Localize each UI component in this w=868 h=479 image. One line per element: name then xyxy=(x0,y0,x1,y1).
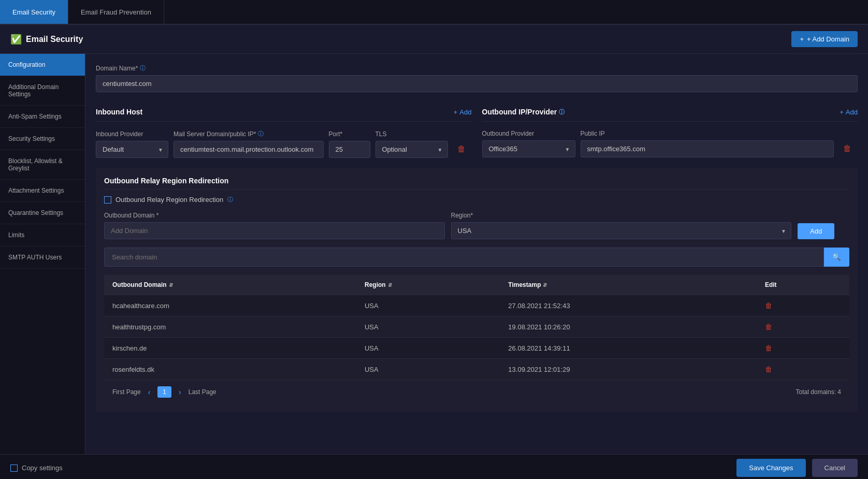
top-tabs: Email Security Email Fraud Prevention xyxy=(0,0,868,25)
mail-server-info-icon[interactable]: ⓘ xyxy=(258,130,264,138)
copy-settings-label: Copy settings xyxy=(22,464,63,472)
cell-edit: 🗑 xyxy=(757,295,849,316)
add-domain-label: + Add Domain xyxy=(807,35,849,43)
tls-select-wrapper: Optional Required None xyxy=(375,141,448,158)
sidebar: Configuration Additional Domain Settings… xyxy=(0,54,85,454)
copy-settings-row: Copy settings xyxy=(10,464,63,472)
total-domains-label: Total domains: 4 xyxy=(796,388,841,396)
cell-region: USA xyxy=(356,359,500,380)
inbound-host-title: Inbound Host xyxy=(96,108,142,116)
relay-section: Outbound Relay Region Redirection Outbou… xyxy=(96,168,858,412)
outbound-add-icon: + xyxy=(840,108,844,116)
outbound-domain-input[interactable] xyxy=(104,222,445,239)
content-area: Domain Name* ⓘ Inbound Host + Add Inboun… xyxy=(85,54,868,454)
row-delete-button[interactable]: 🗑 xyxy=(765,323,772,331)
sidebar-item-quarantine[interactable]: Quarantine Settings xyxy=(0,202,85,224)
mail-server-input[interactable] xyxy=(173,141,324,158)
relay-add-wrapper: Add xyxy=(798,223,849,239)
tls-field: TLS Optional Required None xyxy=(375,130,448,158)
relay-checkbox[interactable] xyxy=(104,196,111,204)
cell-edit: 🗑 xyxy=(757,316,849,338)
inbound-delete-button[interactable]: 🗑 xyxy=(453,140,470,158)
relay-add-button[interactable]: Add xyxy=(798,223,834,239)
table-row: hcahealthcare.com USA 27.08.2021 21:52:4… xyxy=(104,295,849,316)
sidebar-item-limits[interactable]: Limits xyxy=(0,224,85,246)
next-page-button[interactable]: › xyxy=(176,387,184,397)
cell-region: USA xyxy=(356,295,500,316)
prev-page-button[interactable]: ‹ xyxy=(145,387,154,397)
outbound-provider-info-icon[interactable]: ⓘ xyxy=(559,108,565,116)
outbound-provider-header: Outbound IP/Provider ⓘ + Add xyxy=(482,103,858,122)
relay-info-icon[interactable]: ⓘ xyxy=(227,196,233,204)
sidebar-item-anti-spam[interactable]: Anti-Spam Settings xyxy=(0,106,85,128)
sidebar-item-smtp-auth[interactable]: SMTP AUTH Users xyxy=(0,246,85,269)
sidebar-item-additional-domain[interactable]: Additional Domain Settings xyxy=(0,76,85,106)
sidebar-item-security-settings[interactable]: Security Settings xyxy=(0,128,85,150)
search-input[interactable] xyxy=(104,248,824,267)
search-icon: 🔍 xyxy=(832,253,841,261)
mail-server-field: Mail Server Domain/public IP* ⓘ xyxy=(173,130,324,158)
domain-name-info-icon[interactable]: ⓘ xyxy=(140,64,146,72)
cell-timestamp: 27.08.2021 21:52:43 xyxy=(500,295,757,316)
sort-timestamp-icon[interactable]: ⇵ xyxy=(543,282,547,288)
cell-region: USA xyxy=(356,338,500,359)
page-title: Email Security xyxy=(26,35,83,44)
outbound-delete-button[interactable]: 🗑 xyxy=(839,140,856,157)
tab-email-security[interactable]: Email Security xyxy=(0,0,68,24)
last-page-label: Last Page xyxy=(189,388,216,396)
inbound-host-header: Inbound Host + Add xyxy=(96,103,472,122)
search-row: 🔍 xyxy=(104,248,849,267)
public-ip-input[interactable] xyxy=(581,140,834,157)
host-sections: Inbound Host + Add Inbound Provider Defa… xyxy=(96,103,858,158)
outbound-domain-field: Outbound Domain * xyxy=(104,212,445,239)
inbound-provider-select[interactable]: Default Custom xyxy=(96,141,168,158)
sort-region-icon[interactable]: ⇵ xyxy=(388,282,392,288)
add-domain-button[interactable]: + + Add Domain xyxy=(791,31,858,47)
sidebar-item-configuration[interactable]: Configuration xyxy=(0,54,85,76)
mail-server-label: Mail Server Domain/public IP* ⓘ xyxy=(173,130,324,138)
cell-domain: rosenfeldts.dk xyxy=(104,359,356,380)
pagination-left: First Page ‹ 1 › Last Page xyxy=(112,386,216,398)
search-button[interactable]: 🔍 xyxy=(824,248,849,267)
bottom-actions: Save Changes Cancel xyxy=(736,459,858,477)
domain-name-input[interactable] xyxy=(96,75,858,92)
cell-timestamp: 26.08.2021 14:39:11 xyxy=(500,338,757,359)
tab-email-fraud[interactable]: Email Fraud Prevention xyxy=(68,0,164,24)
sort-outbound-domain-icon[interactable]: ⇵ xyxy=(169,282,173,288)
cell-domain: healthtrustpg.com xyxy=(104,316,356,338)
cell-edit: 🗑 xyxy=(757,359,849,380)
copy-settings-checkbox[interactable] xyxy=(10,465,18,472)
region-select[interactable]: USA EU APAC xyxy=(451,222,792,239)
outbound-delete-wrapper: 🗑 xyxy=(839,140,858,157)
inbound-provider-label: Inbound Provider xyxy=(96,130,168,138)
region-label: Region* xyxy=(451,212,792,219)
cancel-button[interactable]: Cancel xyxy=(812,459,858,477)
inbound-host-add-link[interactable]: + Add xyxy=(454,108,472,116)
inbound-form-grid: Inbound Provider Default Custom Mail Ser… xyxy=(96,130,472,158)
port-input[interactable] xyxy=(329,141,370,158)
cell-timestamp: 19.08.2021 10:26:20 xyxy=(500,316,757,338)
region-field: Region* USA EU APAC xyxy=(451,212,792,239)
outbound-provider-add-link[interactable]: + Add xyxy=(840,108,858,116)
table-row: healthtrustpg.com USA 19.08.2021 10:26:2… xyxy=(104,316,849,338)
row-delete-button[interactable]: 🗑 xyxy=(765,365,772,373)
current-page-button[interactable]: 1 xyxy=(157,386,171,398)
outbound-provider-select[interactable]: Office365 Gmail Custom xyxy=(482,140,575,157)
row-delete-button[interactable]: 🗑 xyxy=(765,344,772,352)
outbound-provider-section: Outbound IP/Provider ⓘ + Add Outbound Pr… xyxy=(482,103,858,158)
sidebar-item-blocklist[interactable]: Blocklist, Allowlist & Greylist xyxy=(0,150,85,180)
outbound-provider-label: Outbound Provider xyxy=(482,130,575,137)
main-layout: Configuration Additional Domain Settings… xyxy=(0,54,868,454)
col-outbound-domain: Outbound Domain ⇵ xyxy=(104,275,356,295)
tls-select[interactable]: Optional Required None xyxy=(375,141,448,158)
domains-table: Outbound Domain ⇵ Region ⇵ xyxy=(104,275,849,380)
port-label: Port* xyxy=(329,130,370,138)
outbound-provider-select-wrapper: Office365 Gmail Custom xyxy=(482,140,575,157)
cell-region: USA xyxy=(356,316,500,338)
pagination: First Page ‹ 1 › Last Page Total domains… xyxy=(104,380,849,404)
save-changes-button[interactable]: Save Changes xyxy=(736,459,805,477)
sidebar-item-attachment[interactable]: Attachment Settings xyxy=(0,180,85,202)
bottom-bar: Copy settings Save Changes Cancel xyxy=(0,454,868,479)
row-delete-button[interactable]: 🗑 xyxy=(765,301,772,310)
public-ip-field: Public IP xyxy=(581,130,834,157)
